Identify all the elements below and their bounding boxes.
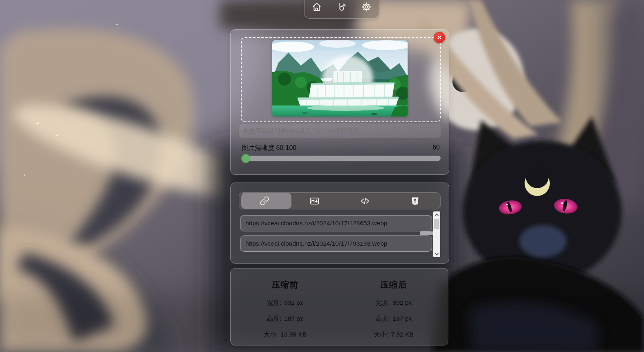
stat-value: 7.92 KB: [391, 331, 413, 338]
vertical-scrollbar[interactable]: [433, 211, 440, 257]
settings-button[interactable]: [357, 0, 376, 16]
quality-value: 60: [432, 144, 440, 151]
stat-label: 大小:: [263, 331, 278, 338]
stat-label: 高度:: [375, 315, 390, 322]
stat-label: 大小:: [374, 331, 388, 338]
link-icon: [260, 196, 269, 206]
code-icon: [360, 196, 370, 206]
stats-before-title: 压缩前: [231, 279, 340, 290]
home-icon: [311, 2, 322, 12]
home-button[interactable]: [307, 0, 326, 16]
waterfall-preview-art: [272, 40, 408, 117]
stats-after-title: 压缩后: [340, 279, 448, 290]
stat-value: 187 px: [284, 315, 303, 322]
top-nav: [304, 0, 379, 19]
markdown-icon: [309, 196, 320, 206]
format-tabbar: 5: [239, 192, 441, 209]
blog-icon: [336, 2, 347, 12]
stat-value: 13.99 KB: [281, 331, 307, 338]
stats-panel: 压缩前 宽度:332 px 高度:187 px 大小:13.99 KB 压缩后 …: [230, 268, 448, 345]
scroll-down-button[interactable]: [433, 251, 440, 257]
stat-row-width: 宽度:332 px: [231, 299, 340, 307]
stats-after-column: 压缩后 宽度:332 px 高度:187 px 大小:7.92 KB: [340, 279, 448, 345]
gear-icon: [361, 2, 372, 12]
scroll-up-button[interactable]: [433, 211, 440, 218]
url-paste-input[interactable]: [238, 123, 441, 138]
result-url-1[interactable]: [240, 215, 432, 231]
horizontal-scrollbar[interactable]: [420, 231, 434, 235]
tab-url[interactable]: [239, 193, 289, 209]
stat-value: 332 px: [393, 299, 412, 306]
tab-code[interactable]: [340, 193, 390, 209]
stat-row-size: 大小:7.92 KB: [340, 330, 448, 339]
links-panel: 5: [230, 183, 449, 264]
scrollbar-track[interactable]: [433, 218, 440, 251]
stat-value: 332 px: [284, 299, 303, 306]
image-dropzone[interactable]: [241, 37, 441, 122]
stat-row-width: 宽度:332 px: [340, 299, 448, 307]
tab-html[interactable]: 5: [390, 193, 440, 209]
svg-text:5: 5: [414, 198, 416, 203]
blog-button[interactable]: [332, 0, 351, 16]
stat-label: 高度:: [267, 315, 281, 322]
stat-value: 187 px: [393, 315, 412, 322]
stat-label: 宽度:: [267, 299, 281, 306]
html5-icon: 5: [410, 196, 420, 206]
close-button[interactable]: ×: [434, 32, 445, 43]
result-url-2[interactable]: [240, 235, 432, 252]
preview-image: [272, 40, 408, 117]
slider-thumb[interactable]: [241, 154, 250, 163]
upload-panel: ×: [230, 29, 449, 175]
chevron-down-icon: [434, 253, 439, 256]
stat-row-size: 大小:13.99 KB: [231, 330, 340, 339]
stats-before-column: 压缩前 宽度:332 px 高度:187 px 大小:13.99 KB: [231, 279, 340, 345]
scrollbar-thumb[interactable]: [434, 219, 439, 229]
stat-row-height: 高度:187 px: [340, 315, 448, 323]
stat-label: 宽度:: [375, 299, 390, 306]
chevron-up-icon: [434, 213, 439, 216]
tab-markdown[interactable]: [289, 193, 340, 209]
quality-slider[interactable]: [242, 156, 441, 161]
stat-row-height: 高度:187 px: [231, 315, 340, 323]
quality-label: 图片清晰度 60-100: [242, 144, 296, 152]
